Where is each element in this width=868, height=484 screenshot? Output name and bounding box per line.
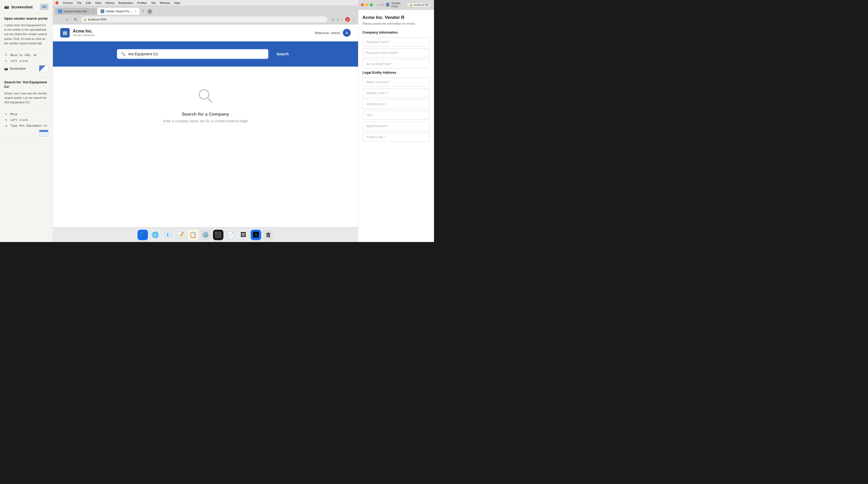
click-icon-1: ↖ <box>4 59 8 63</box>
url-lock-icon: 🔒 <box>84 18 87 21</box>
dock-notes[interactable]: 📝 <box>175 230 186 240</box>
app-name-block: Acme Inc. Vendor Database <box>73 29 95 37</box>
action-type: ≡ Type Ant Equipment Co <box>4 123 49 129</box>
right-panel-chrome: ‹ › ↻ V Vendor Form 🔒 localhost:300 <box>358 0 434 10</box>
back-button[interactable]: ‹ <box>56 16 62 23</box>
rp-field-city[interactable]: City * <box>363 111 430 119</box>
dock-finder[interactable]: 🔵 <box>137 230 148 240</box>
cast-icon[interactable]: ⬡ <box>331 18 334 22</box>
tab-list-button[interactable]: ▾ <box>147 9 152 14</box>
url-text: localhost:3000 <box>88 18 106 21</box>
action-move-1: ↖ Move to 495, 42 <box>4 52 49 58</box>
action-label-type: Type <box>10 124 18 127</box>
screenshot-thumb-1 <box>39 65 49 72</box>
dock-mail[interactable]: 📧 <box>163 230 173 240</box>
menu-edit[interactable]: Edit <box>85 1 92 4</box>
macos-menubar: 🍎 Chrome File Edit View History Bookmark… <box>53 0 358 6</box>
action-click-1: ↖ Left click <box>4 58 49 64</box>
action-move-2: ↖ Move <box>4 111 49 117</box>
search-empty-state: Search for a Company Enter a company nam… <box>53 66 358 144</box>
address2-label: Address Line 2 <box>366 102 387 106</box>
dock-preview[interactable]: 🖼 <box>238 230 249 240</box>
rp-field-country[interactable]: Select a country * <box>363 78 430 87</box>
menu-profiles[interactable]: Profiles <box>136 1 148 4</box>
action-value-type: Ant Equipment Co <box>20 124 48 127</box>
dock-terminal[interactable]: ⬛ <box>213 230 223 240</box>
menu-file[interactable]: File <box>76 1 83 4</box>
rp-field-state[interactable]: State/Province * <box>363 122 430 131</box>
main-area: 🍎 Chrome File Edit View History Bookmark… <box>53 0 358 242</box>
apple-logo: 🍎 <box>55 1 59 4</box>
tab-sheets[interactable]: G messy-vendor-data - Google... × <box>55 8 97 15</box>
menu-window[interactable]: Window <box>158 1 171 4</box>
rp-field-accounting-email[interactable]: Accounting Email * <box>363 59 430 68</box>
dock-trash[interactable]: 🗑 <box>263 230 274 240</box>
user-avatar[interactable]: A <box>343 29 351 37</box>
menu-chrome[interactable]: Chrome <box>61 1 74 4</box>
app-logo-area: 🏢 Acme Inc. Vendor Database <box>60 28 95 37</box>
dock-reminders[interactable]: 📋 <box>188 230 198 240</box>
rp-refresh-btn[interactable]: ↻ <box>381 3 384 7</box>
move-icon-1: ↖ <box>4 53 8 57</box>
bookmark-icon[interactable]: ☆ <box>336 18 339 22</box>
left-panel-title-block: 📷 Screenshot <box>4 4 33 9</box>
forward-button[interactable]: › <box>64 16 70 23</box>
tab-favicon-sheets: G <box>58 9 62 13</box>
rp-forward-btn[interactable]: › <box>379 3 380 7</box>
menu-bookmarks[interactable]: Bookmarks <box>117 1 134 4</box>
app-name: Acme Inc. <box>73 29 95 34</box>
dock-settings[interactable]: ⚙️ <box>200 230 211 240</box>
section-open-vendor-desc: I notice that 'Ant Equipment Co' is not … <box>4 23 49 46</box>
type-icon: ≡ <box>4 124 8 128</box>
tab-label-vendor: Vendor Search Portal <box>106 10 132 13</box>
menu-help[interactable]: Help <box>173 1 182 4</box>
search-input[interactable] <box>128 49 265 59</box>
rp-window-title: Vendor Form <box>391 2 405 8</box>
rp-field-postal[interactable]: Postal Code * <box>363 133 430 142</box>
screenshot-row-1: 📷 Screenshot <box>4 64 49 74</box>
rp-field-company-name[interactable]: Company Name * <box>363 37 430 47</box>
menu-view[interactable]: View <box>94 1 103 4</box>
search-big-icon <box>197 88 214 108</box>
screenshot-thumb-2 <box>39 130 49 137</box>
search-button[interactable]: Search <box>271 49 294 59</box>
download-icon[interactable]: ↓ <box>342 18 343 22</box>
url-bar[interactable]: 🔒 localhost:3000 <box>81 16 328 23</box>
rp-back-btn[interactable]: ‹ <box>376 3 378 7</box>
rp-section-company-title: Company Information <box>363 30 430 34</box>
accounting-email-label: Accounting Email * <box>366 62 392 66</box>
rp-page-title: Acme Inc. Vendor R <box>363 15 430 20</box>
more-menu-icon[interactable]: ⋮ <box>352 18 355 22</box>
rp-field-po-email[interactable]: Purchase Order Email * <box>363 49 430 57</box>
state-label: State/Province * <box>366 124 389 128</box>
search-box-container: 🔍 Search <box>117 49 294 59</box>
company-name-label: Company Name * <box>366 40 391 44</box>
tab-close-vendor[interactable]: × <box>135 10 136 13</box>
rp-url-bar[interactable]: 🔒 localhost:300 <box>407 3 431 7</box>
traffic-light-red[interactable] <box>361 3 364 6</box>
dock-textedit[interactable]: 📄 <box>225 230 236 240</box>
postal-label: Postal Code * <box>366 135 385 139</box>
tab-vendor[interactable]: V Vendor Search Portal × <box>97 8 140 15</box>
menu-history[interactable]: History <box>104 1 116 4</box>
rp-field-address1[interactable]: Address Line 1 * <box>363 89 430 97</box>
dock-chrome[interactable]: 🌐 <box>150 230 160 240</box>
app-header: 🏢 Acme Inc. Vendor Database Welcome, Adm… <box>53 24 358 41</box>
search-empty-title: Search for a Company <box>182 112 229 117</box>
app-subtitle: Vendor Database <box>73 34 95 37</box>
dock: 🔵 🌐 📧 📝 📋 ⚙️ ⬛ 📄 🖼 🅰 🗑 <box>53 227 358 242</box>
menu-tab[interactable]: Tab <box>150 1 157 4</box>
new-tab-button[interactable]: + <box>140 7 147 14</box>
tab-close-sheets[interactable]: × <box>92 10 94 13</box>
action-click-2: ↖ Left click <box>4 117 49 123</box>
browser-window: G messy-vendor-data - Google... × V Vend… <box>53 6 358 242</box>
rp-favicon: V <box>386 3 389 6</box>
right-panel-content: Acme Inc. Vendor R Please provide the in… <box>358 10 434 242</box>
address-bar: ‹ › ↻ 🔒 localhost:3000 ⬡ ☆ ↓ ● ⋮ <box>53 15 358 24</box>
action-value-move-1: 495, 42 <box>25 54 37 57</box>
dock-appstore[interactable]: 🅰 <box>251 230 261 240</box>
refresh-button[interactable]: ↻ <box>72 16 79 23</box>
rp-field-address2[interactable]: Address Line 2 <box>363 99 430 109</box>
traffic-light-yellow[interactable] <box>365 3 368 6</box>
traffic-light-green[interactable] <box>370 3 373 6</box>
